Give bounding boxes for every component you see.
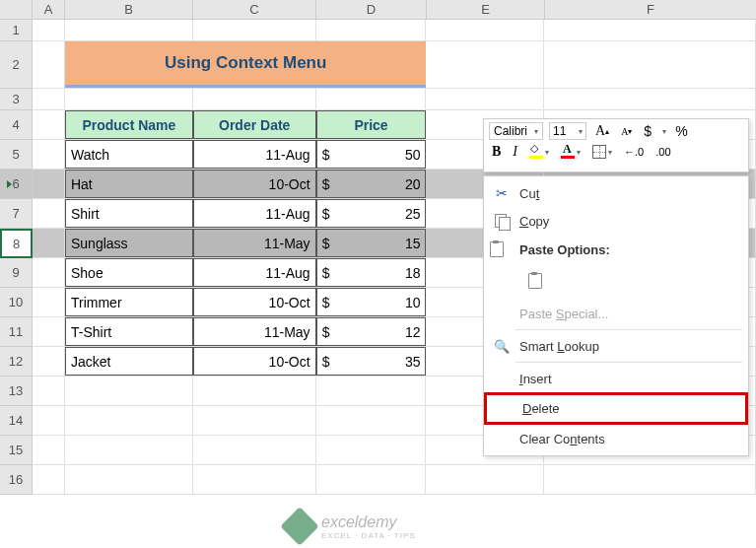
cell-date[interactable]: 10-Oct bbox=[193, 347, 316, 376]
table-header-price[interactable]: Price bbox=[316, 110, 427, 139]
title-cell[interactable]: Using Context Menu bbox=[65, 41, 426, 88]
row-header-15[interactable]: 15 bbox=[0, 436, 33, 465]
col-header-E[interactable]: E bbox=[427, 0, 545, 20]
clipboard-icon bbox=[527, 272, 541, 288]
chevron-down-icon: ▾ bbox=[534, 127, 538, 136]
row-header-16[interactable]: 16 bbox=[0, 465, 33, 495]
select-all-corner[interactable] bbox=[0, 0, 33, 20]
chevron-down-icon: ▾ bbox=[545, 148, 549, 157]
paste-options-header: Paste Options: bbox=[514, 237, 618, 260]
cell-product[interactable]: Shirt bbox=[65, 199, 193, 228]
cell-date[interactable]: 11-Aug bbox=[193, 258, 316, 287]
row-header-13[interactable]: 13 bbox=[0, 377, 33, 406]
row-header-8[interactable]: 8 bbox=[0, 229, 33, 258]
decrease-font-button[interactable]: A▾ bbox=[618, 126, 635, 137]
menu-smart-lookup[interactable]: Smart Lookup bbox=[484, 332, 748, 360]
paste-default-button[interactable] bbox=[519, 265, 549, 295]
currency-symbol: $ bbox=[322, 147, 330, 163]
chevron-down-icon: ▾ bbox=[577, 148, 581, 157]
border-button[interactable]: ▾ bbox=[589, 145, 615, 159]
row-header-1[interactable]: 1 bbox=[0, 20, 33, 41]
currency-symbol: $ bbox=[322, 236, 330, 251]
chevron-down-icon: ▾ bbox=[579, 127, 583, 136]
cell-price[interactable]: $12 bbox=[316, 317, 427, 346]
font-color-icon bbox=[561, 145, 575, 159]
decrease-decimal-button[interactable]: ←.0 bbox=[621, 146, 647, 158]
cell-date[interactable]: 10-Oct bbox=[193, 288, 316, 316]
menu-delete[interactable]: Delete bbox=[484, 392, 748, 425]
cell-date[interactable]: 11-Aug bbox=[193, 199, 316, 228]
cell-product[interactable]: T-Shirt bbox=[65, 317, 193, 346]
increase-decimal-button[interactable]: .00 bbox=[653, 146, 673, 158]
row-header-2[interactable]: 2 bbox=[0, 41, 33, 89]
cell-price[interactable]: $15 bbox=[316, 229, 427, 257]
currency-symbol: $ bbox=[322, 176, 330, 192]
font-name-dropdown[interactable]: Calibri▾ bbox=[489, 122, 543, 140]
row-header-10[interactable]: 10 bbox=[0, 288, 33, 317]
row-header-14[interactable]: 14 bbox=[0, 406, 33, 436]
menu-label: Cut bbox=[519, 186, 539, 201]
row-header-9[interactable]: 9 bbox=[0, 258, 33, 288]
cell-price[interactable]: $35 bbox=[316, 347, 427, 376]
col-header-A[interactable]: A bbox=[33, 0, 65, 20]
row-header-12[interactable]: 12 bbox=[0, 347, 33, 377]
cell-date[interactable]: 11-May bbox=[193, 229, 316, 257]
font-size-dropdown[interactable]: 11▾ bbox=[549, 122, 586, 140]
cell-price[interactable]: $20 bbox=[316, 170, 427, 198]
row-header-6[interactable]: 6 bbox=[0, 170, 33, 199]
cell-product[interactable]: Shoe bbox=[65, 258, 193, 287]
currency-symbol: $ bbox=[322, 295, 330, 310]
cell-price[interactable]: $10 bbox=[316, 288, 427, 316]
col-header-B[interactable]: B bbox=[65, 0, 193, 20]
copy-icon bbox=[490, 214, 514, 228]
percent-format-button[interactable]: % bbox=[672, 123, 690, 139]
menu-insert[interactable]: Insert bbox=[484, 365, 748, 392]
price-value: 15 bbox=[405, 236, 421, 251]
currency-format-button[interactable]: $ bbox=[641, 123, 654, 139]
menu-label: Delete bbox=[522, 401, 560, 416]
watermark-brand: exceldemy bbox=[321, 514, 416, 531]
col-header-F[interactable]: F bbox=[545, 0, 756, 20]
table-header-product[interactable]: Product Name bbox=[65, 110, 193, 139]
letter-a-icon: A bbox=[595, 123, 605, 139]
menu-clear-contents[interactable]: Clear Contents bbox=[484, 425, 748, 452]
increase-font-button[interactable]: A▴ bbox=[592, 123, 612, 139]
row-header-3[interactable]: 3 bbox=[0, 89, 33, 110]
col-header-C[interactable]: C bbox=[193, 0, 316, 20]
table-header-orderdate[interactable]: Order Date bbox=[193, 110, 316, 139]
cell-price[interactable]: $50 bbox=[316, 140, 427, 169]
price-value: 18 bbox=[405, 265, 421, 281]
cell-date[interactable]: 11-May bbox=[193, 317, 316, 346]
border-grid-icon bbox=[592, 145, 606, 159]
fill-color-button[interactable]: ▾ bbox=[526, 145, 552, 159]
cell-product[interactable]: Jacket bbox=[65, 347, 193, 376]
menu-paste-options-group: Paste Options: bbox=[484, 235, 748, 262]
cell-date[interactable]: 11-Aug bbox=[193, 140, 316, 169]
price-value: 10 bbox=[405, 295, 421, 310]
cell-product[interactable]: Trimmer bbox=[65, 288, 193, 316]
row-header-7[interactable]: 7 bbox=[0, 199, 33, 229]
row-header-4[interactable]: 4 bbox=[0, 110, 33, 140]
paste-option-buttons bbox=[484, 262, 748, 300]
menu-label: Smart Lookup bbox=[519, 339, 599, 354]
price-value: 50 bbox=[405, 147, 421, 163]
menu-copy[interactable]: Copy bbox=[484, 207, 748, 235]
cell-date[interactable]: 10-Oct bbox=[193, 170, 316, 198]
bold-button[interactable]: B bbox=[489, 144, 504, 160]
font-size-value: 11 bbox=[553, 124, 566, 138]
font-color-button[interactable]: ▾ bbox=[558, 145, 584, 159]
menu-cut[interactable]: Cut bbox=[484, 179, 748, 207]
cell-product[interactable]: Hat bbox=[65, 170, 193, 198]
cell-product[interactable]: Watch bbox=[65, 140, 193, 169]
scissors-icon bbox=[490, 185, 514, 201]
row-header-5[interactable]: 5 bbox=[0, 140, 33, 170]
letter-a-icon: A bbox=[621, 126, 628, 137]
cell-price[interactable]: $25 bbox=[316, 199, 427, 228]
italic-button[interactable]: I bbox=[510, 144, 520, 160]
cell-product[interactable]: Sunglass bbox=[65, 229, 193, 257]
cell-price[interactable]: $18 bbox=[316, 258, 427, 287]
row-header-11[interactable]: 11 bbox=[0, 317, 33, 347]
menu-label: Clear Contents bbox=[519, 432, 605, 446]
col-header-D[interactable]: D bbox=[316, 0, 427, 20]
price-value: 35 bbox=[405, 354, 421, 370]
